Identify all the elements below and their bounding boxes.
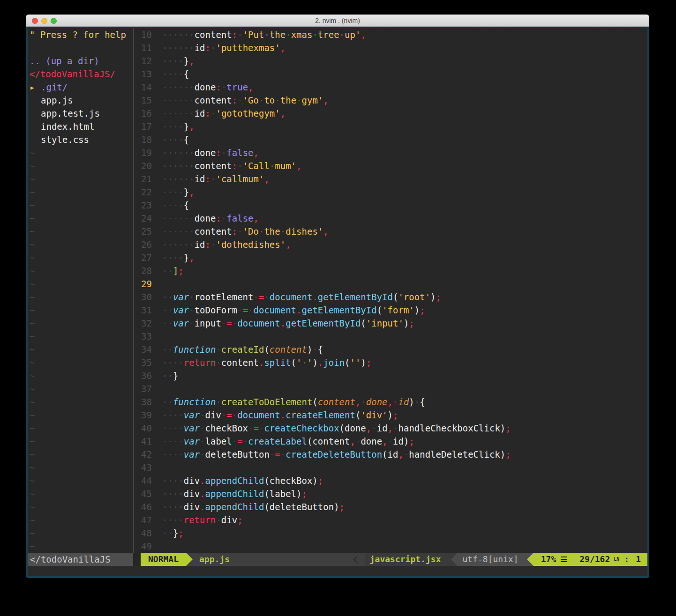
code-line-48[interactable]: 48··}; — [134, 527, 647, 540]
code-line-17[interactable]: 17····}, — [134, 120, 647, 133]
tree-item-style-css[interactable]: style.css — [28, 133, 133, 146]
code-line-41[interactable]: 41····var·label·=·createLabel(content,·d… — [134, 435, 647, 448]
code-line-27[interactable]: 27····}, — [134, 251, 647, 264]
code-text: ····var·label·=·createLabel(content,·don… — [159, 435, 414, 448]
command-line[interactable] — [28, 566, 647, 577]
line-number: 25 — [134, 225, 159, 238]
code-line-31[interactable]: 31··var·toDoForm·=·document.getElementBy… — [134, 304, 647, 317]
code-line-38[interactable]: 38··function·createToDoElement(content,·… — [134, 395, 647, 408]
line-number: 11 — [134, 41, 159, 54]
empty-line-tilde: ~ — [28, 395, 133, 408]
line-number: 21 — [134, 172, 159, 186]
nerdtree-help-hint: " Press ? for help — [28, 28, 133, 41]
code-line-13[interactable]: 13····{ — [134, 67, 647, 81]
code-text: ······id:·'gotothegym', — [159, 107, 285, 120]
line-number: 13 — [134, 67, 159, 81]
line-number: 17 — [134, 120, 159, 133]
code-text: ····return·div; — [159, 513, 243, 527]
code-text: ······done:·false, — [159, 146, 259, 159]
code-line-12[interactable]: 12····}, — [134, 54, 647, 67]
empty-line-tilde: ~ — [28, 500, 133, 513]
powerline-arrow-icon — [451, 553, 458, 566]
code-text: ····div.appendChild(checkBox); — [159, 474, 323, 487]
code-line-30[interactable]: 30··var·rootElement·=·document.getElemen… — [134, 290, 647, 304]
tree-item-label: .. (up a dir) — [30, 54, 99, 67]
empty-line-tilde: ~ — [28, 343, 133, 356]
line-number: 35 — [134, 356, 159, 369]
tree-item-todovanillajs[interactable]: </todoVanillaJS/ — [28, 67, 133, 81]
code-line-36[interactable]: 36··} — [134, 369, 647, 382]
code-line-14[interactable]: 14······done:·true, — [134, 81, 647, 94]
code-line-44[interactable]: 44····div.appendChild(checkBox); — [134, 474, 647, 487]
code-line-23[interactable]: 23····{ — [134, 199, 647, 212]
maxlinenr-icon: LN — [614, 558, 619, 561]
code-line-34[interactable]: 34··function·createId(content)·{ — [134, 343, 647, 356]
empty-line-tilde: ~ — [28, 212, 133, 225]
line-number: 22 — [134, 186, 159, 199]
empty-line-tilde: ~ — [28, 317, 133, 330]
code-line-49[interactable]: 49 — [134, 540, 647, 553]
code-line-37[interactable]: 37 — [134, 382, 647, 395]
window-titlebar[interactable]: 2. nvim . (nvim) — [26, 15, 649, 27]
code-text: ······content:·'Go·to·the·gym', — [159, 94, 329, 107]
code-line-24[interactable]: 24······done:·false, — [134, 212, 647, 225]
code-text: ····return·content.split('·').join(''); — [159, 356, 371, 369]
code-text — [159, 461, 162, 474]
code-line-15[interactable]: 15······content:·'Go·to·the·gym', — [134, 94, 647, 107]
code-line-11[interactable]: 11······id:·'putthexmas', — [134, 41, 647, 54]
line-number: 34 — [134, 343, 159, 356]
code-line-28[interactable]: 28··]; — [134, 264, 647, 277]
code-line-22[interactable]: 22····}, — [134, 186, 647, 199]
nerdtree-sidebar: " Press ? for help.. (up a dir)</todoVan… — [28, 28, 133, 553]
code-line-42[interactable]: 42····var·deleteButton·=·createDeleteBut… — [134, 448, 647, 461]
zoom-button[interactable] — [51, 18, 57, 24]
code-line-39[interactable]: 39····var·div·=·document.createElement('… — [134, 408, 647, 422]
tree-item-git[interactable]: ▸.git/ — [28, 81, 133, 94]
line-number: 20 — [134, 159, 159, 172]
code-line-25[interactable]: 25······content:·'Do·the·dishes', — [134, 225, 647, 238]
empty-line-tilde: ~ — [28, 461, 133, 474]
code-line-43[interactable]: 43 — [134, 461, 647, 474]
tree-item-index-html[interactable]: index.html — [28, 120, 133, 133]
close-button[interactable] — [32, 18, 38, 24]
code-line-40[interactable]: 40····var·checkBox·=·createCheckbox(done… — [134, 422, 647, 435]
code-line-26[interactable]: 26······id:·'dothedishes', — [134, 238, 647, 251]
line-number: 49 — [134, 540, 159, 553]
empty-line-tilde: ~ — [28, 513, 133, 527]
line-number: 47 — [134, 513, 159, 527]
code-text: ····}, — [159, 54, 195, 67]
line-number: 39 — [134, 408, 159, 422]
code-line-33[interactable]: 33 — [134, 330, 647, 343]
code-text: ··var·toDoForm·=·document.getElementById… — [159, 304, 425, 317]
line-number: 19 — [134, 146, 159, 159]
code-text: ······id:·'callmum', — [159, 172, 270, 186]
code-line-46[interactable]: 46····div.appendChild(deleteButton); — [134, 500, 647, 513]
empty-line-tilde: ~ — [28, 487, 133, 500]
code-text: ····{ — [159, 199, 189, 212]
code-line-35[interactable]: 35····return·content.split('·').join('')… — [134, 356, 647, 369]
code-line-20[interactable]: 20······content:·'Call·mum', — [134, 159, 647, 172]
code-line-10[interactable]: 10······content:·'Put·the·xmas·tree·up', — [134, 28, 647, 41]
minimize-button[interactable] — [41, 18, 47, 24]
code-text: ······id:·'dothedishes', — [159, 238, 291, 251]
code-text: ····{ — [159, 133, 189, 146]
editor-buffer[interactable]: 10······content:·'Put·the·xmas·tree·up',… — [134, 28, 647, 553]
collapsed-dir-arrow-icon[interactable]: ▸ — [30, 81, 41, 94]
code-line-18[interactable]: 18····{ — [134, 133, 647, 146]
line-number: 12 — [134, 54, 159, 67]
code-line-21[interactable]: 21······id:·'callmum', — [134, 172, 647, 186]
line-number: 36 — [134, 369, 159, 382]
terminal-window: 2. nvim . (nvim) " Press ? for help.. (u… — [26, 15, 649, 579]
code-line-45[interactable]: 45····div.appendChild(label); — [134, 487, 647, 500]
code-line-19[interactable]: 19······done:·false, — [134, 146, 647, 159]
tree-item-app-js[interactable]: app.js — [28, 94, 133, 107]
code-line-32[interactable]: 32··var·input·=·document.getElementById(… — [134, 317, 647, 330]
code-line-16[interactable]: 16······id:·'gotothegym', — [134, 107, 647, 120]
code-line-47[interactable]: 47····return·div; — [134, 513, 647, 527]
code-line-29[interactable]: 29 — [134, 277, 647, 290]
encoding-label: utf-8[unix] — [458, 553, 526, 566]
tree-item-up-a-dir[interactable]: .. (up a dir) — [28, 54, 133, 67]
tree-item-app-test-js[interactable]: app.test.js — [28, 107, 133, 120]
code-text: ····var·deleteButton·=·createDeleteButto… — [159, 448, 511, 461]
empty-line-tilde: ~ — [28, 330, 133, 343]
